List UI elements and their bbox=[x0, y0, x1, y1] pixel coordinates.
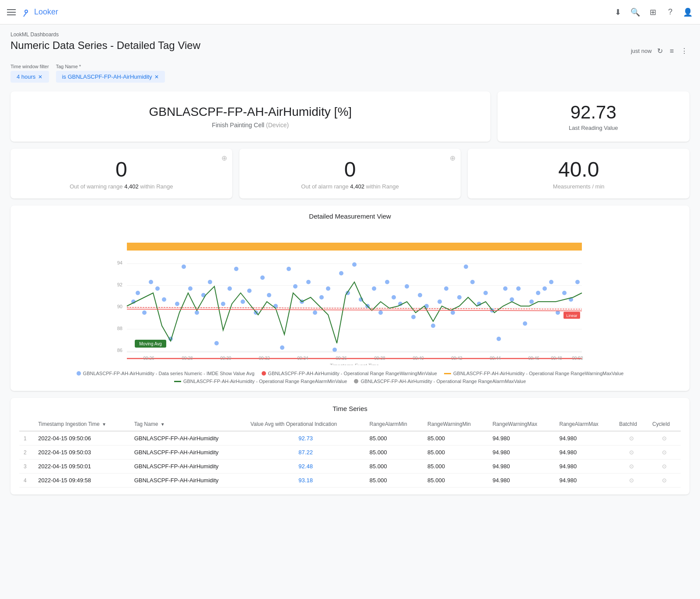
svg-text:Linear: Linear bbox=[566, 313, 577, 318]
measurement-chart: 86 88 90 92 94 bbox=[19, 225, 681, 365]
svg-point-65 bbox=[457, 295, 462, 300]
svg-text:09:50: 09:50 bbox=[572, 356, 583, 361]
svg-text:90: 90 bbox=[117, 304, 122, 309]
top-navigation: Looker ⬇ 🔍 ⊞ ? 👤 bbox=[0, 0, 700, 24]
svg-point-16 bbox=[136, 291, 140, 295]
chart-container: 86 88 90 92 94 bbox=[19, 225, 681, 366]
col-range-alarm-min: RangeAlarmMin bbox=[365, 418, 424, 431]
help-icon[interactable]: ? bbox=[665, 7, 676, 17]
sort-icon-tag[interactable]: ▼ bbox=[161, 422, 165, 427]
svg-point-57 bbox=[405, 284, 409, 289]
svg-point-53 bbox=[378, 310, 383, 315]
svg-point-39 bbox=[287, 267, 291, 271]
row-3-num: 3 bbox=[24, 463, 27, 470]
sort-icon-timestamp[interactable]: ▼ bbox=[102, 422, 106, 427]
row-4-alarm-max: 94.980 bbox=[555, 474, 615, 488]
time-window-value: 4 hours bbox=[17, 73, 35, 80]
svg-point-18 bbox=[149, 280, 153, 284]
time-window-filter-chip[interactable]: 4 hours ✕ bbox=[10, 71, 49, 83]
svg-point-19 bbox=[155, 286, 160, 291]
svg-text:09:26: 09:26 bbox=[143, 356, 154, 361]
svg-point-17 bbox=[142, 310, 147, 315]
col-timestamp[interactable]: Timestamp Ingestion Time ▼ bbox=[34, 418, 130, 431]
svg-point-42 bbox=[306, 280, 311, 284]
row-3-alarm-min: 85.000 bbox=[365, 460, 424, 474]
time-window-close-icon[interactable]: ✕ bbox=[38, 74, 42, 80]
tag-name-filter-chip[interactable]: is GBNLASCPF-FP-AH-AirHumidity ✕ bbox=[56, 71, 165, 83]
svg-point-67 bbox=[470, 280, 475, 284]
svg-text:Moving Avg: Moving Avg bbox=[139, 341, 162, 346]
legend-alarm-max-text: GBNLASCPF-FP-AH-AirHumidity - Operationa… bbox=[360, 379, 526, 384]
table-row: 1 2022-04-15 09:50:06 GBNLASCPF-FP-AH-Ai… bbox=[19, 431, 681, 446]
row-3-tag: GBNLASCPF-FP-AH-AirHumidity bbox=[130, 460, 246, 474]
refresh-button[interactable]: ↻ bbox=[655, 45, 665, 57]
svg-text:09:44: 09:44 bbox=[490, 356, 500, 361]
svg-text:09:48: 09:48 bbox=[551, 356, 562, 361]
svg-text:09:32: 09:32 bbox=[259, 356, 270, 361]
time-window-filter-group: Time window filter 4 hours ✕ bbox=[10, 64, 49, 83]
svg-point-75 bbox=[523, 321, 527, 326]
table-title: Time Series bbox=[19, 405, 681, 412]
measurements-value: 40.0 bbox=[558, 157, 599, 181]
app-name: Looker bbox=[34, 7, 58, 17]
row-3-warning-max: 94.980 bbox=[488, 460, 555, 474]
svg-point-22 bbox=[175, 302, 179, 306]
svg-point-36 bbox=[267, 293, 271, 297]
svg-text:09:38: 09:38 bbox=[374, 356, 385, 361]
breadcrumb[interactable]: LookML Dashboards bbox=[10, 31, 690, 38]
svg-point-61 bbox=[431, 324, 435, 328]
row-2-timestamp: 2022-04-15 09:50:03 bbox=[34, 446, 130, 460]
legend-dots-text: GBNLASCPF-FP-AH-AirHumidity - Data serie… bbox=[83, 371, 255, 376]
search-icon[interactable]: 🔍 bbox=[630, 7, 640, 17]
row-2-warning-min: 85.000 bbox=[423, 446, 488, 460]
tag-name-filter-label: Tag Name * bbox=[56, 64, 165, 69]
filters-row: Time window filter 4 hours ✕ Tag Name * … bbox=[10, 64, 690, 83]
row-2-value: 87.22 bbox=[246, 446, 365, 460]
svg-text:88: 88 bbox=[117, 326, 122, 331]
col-range-warning-max: RangeWarningMax bbox=[488, 418, 555, 431]
row-3-timestamp: 2022-04-15 09:50:01 bbox=[34, 460, 130, 474]
last-refresh-time: just now bbox=[631, 48, 652, 54]
row-1-num: 1 bbox=[24, 435, 27, 442]
more-options-button[interactable]: ⋮ bbox=[679, 45, 690, 57]
svg-point-58 bbox=[411, 315, 416, 319]
svg-point-79 bbox=[549, 280, 553, 284]
svg-text:09:40: 09:40 bbox=[413, 356, 424, 361]
row-4-timestamp: 2022-04-15 09:49:58 bbox=[34, 474, 130, 488]
row-2-cycle: ⊙ bbox=[648, 446, 681, 460]
download-icon[interactable]: ⬇ bbox=[612, 7, 623, 17]
row-4-batch: ⊙ bbox=[615, 474, 648, 488]
nav-right: ⬇ 🔍 ⊞ ? 👤 bbox=[612, 7, 693, 17]
row-4-tag: GBNLASCPF-FP-AH-AirHumidity bbox=[130, 474, 246, 488]
row-1-alarm-max: 94.980 bbox=[555, 431, 615, 446]
time-window-filter-label: Time window filter bbox=[10, 64, 49, 69]
svg-point-38 bbox=[280, 345, 284, 350]
menu-button[interactable] bbox=[7, 9, 16, 15]
last-reading-value: 92.73 bbox=[570, 102, 616, 123]
account-icon[interactable]: 👤 bbox=[682, 7, 693, 17]
row-3-cycle: ⊙ bbox=[648, 460, 681, 474]
filter-settings-button[interactable]: ≡ bbox=[668, 45, 676, 57]
row-4-warning-max: 94.980 bbox=[488, 474, 555, 488]
looker-logo: Looker bbox=[21, 7, 58, 17]
device-type: (Device) bbox=[266, 122, 289, 129]
title-cards-row: GBNLASCPF-FP-AH-AirHumidity [%] Finish P… bbox=[10, 91, 690, 142]
warning-range-desc: Out of warning range 4,402 within Range bbox=[70, 183, 173, 190]
grid-icon[interactable]: ⊞ bbox=[648, 7, 658, 17]
row-4-cycle: ⊙ bbox=[648, 474, 681, 488]
legend-warning-min-text: GBNLASCPF-FP-AH-AirHumidity - Operationa… bbox=[268, 371, 437, 376]
legend-warning-max-color bbox=[444, 373, 451, 374]
svg-point-1 bbox=[25, 10, 27, 12]
col-tag-name[interactable]: Tag Name ▼ bbox=[130, 418, 246, 431]
row-2-alarm-max: 94.980 bbox=[555, 446, 615, 460]
svg-rect-12 bbox=[127, 243, 582, 251]
last-reading-card: 92.73 Last Reading Value bbox=[497, 91, 690, 142]
tag-name-heading: GBNLASCPF-FP-AH-AirHumidity [%] bbox=[149, 105, 352, 119]
last-reading-label: Last Reading Value bbox=[569, 125, 618, 131]
table-header: Timestamp Ingestion Time ▼ Tag Name ▼ Va… bbox=[19, 418, 681, 431]
tag-name-close-icon[interactable]: ✕ bbox=[154, 74, 159, 80]
header-actions: just now ↻ ≡ ⋮ bbox=[631, 45, 690, 57]
row-1-warning-min: 85.000 bbox=[423, 431, 488, 446]
legend-alarm-min-color bbox=[174, 381, 181, 382]
row-1-cycle: ⊙ bbox=[648, 431, 681, 446]
